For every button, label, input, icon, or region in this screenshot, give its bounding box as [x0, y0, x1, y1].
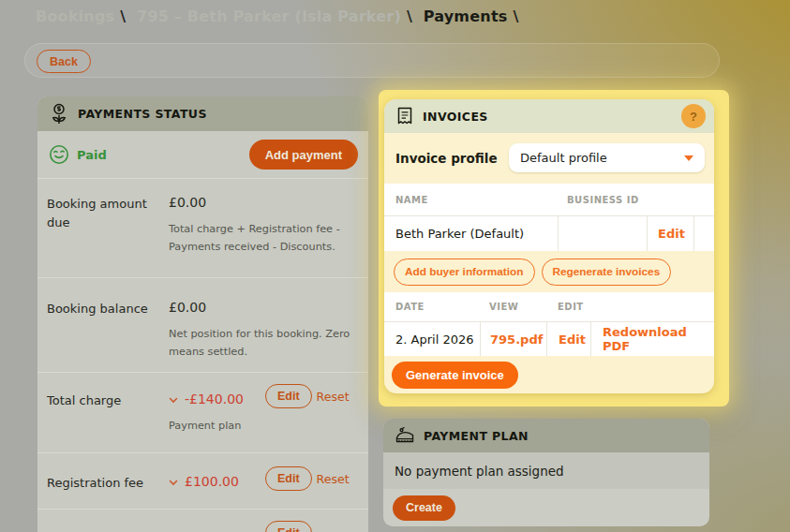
row-value: -£140.00 — [185, 392, 244, 406]
payment-plan-empty-message: No payment plan assigned — [383, 452, 709, 489]
buyer-extra-cell — [693, 216, 714, 251]
breadcrumb-separator: \ — [407, 7, 412, 25]
column-header-view: VIEW — [480, 302, 546, 312]
invoice-receipt-icon — [395, 106, 414, 126]
help-button[interactable]: ? — [681, 104, 706, 128]
row-value: £0.00 — [169, 300, 359, 315]
chevron-down-icon[interactable] — [169, 474, 178, 489]
create-payment-plan-button[interactable]: Create — [393, 495, 455, 521]
back-button[interactable]: Back — [37, 50, 91, 73]
payments-status-title: PAYMENTS STATUS — [78, 107, 207, 121]
redownload-pdf-link[interactable]: Redownload PDF — [603, 325, 714, 353]
status-badge: Paid — [77, 148, 107, 162]
invoice-date-cell: 2. April 2026 — [384, 322, 480, 356]
edit-registration-fee-button[interactable]: Edit — [265, 466, 312, 491]
buyer-table-row: Beth Parker (Default) Edit — [384, 215, 714, 251]
money-plant-icon — [49, 103, 69, 126]
cake-slice-icon — [395, 426, 415, 445]
payments-status-panel: PAYMENTS STATUS Paid Add payment Booking… — [37, 96, 368, 532]
column-header-business-id: BUSINESS ID — [558, 195, 639, 205]
invoice-pdf-link[interactable]: 795.pdf — [490, 332, 543, 347]
invoice-files-table-header: DATE VIEW EDIT — [384, 292, 714, 322]
invoice-file-row: 2. April 2026 795.pdf Edit Redownload PD… — [384, 322, 714, 356]
row-value: £0.00 — [169, 195, 359, 210]
generate-invoice-button[interactable]: Generate invoice — [392, 362, 518, 389]
buyer-actions: Add buyer information Regenerate invoice… — [384, 251, 714, 292]
payment-plan-panel: PAYMENT PLAN No payment plan assigned Cr… — [383, 419, 709, 526]
payment-plan-title: PAYMENT PLAN — [424, 429, 529, 443]
invoice-profile-section: Invoice profile Default profile — [384, 133, 714, 184]
row-value: £100.00 — [185, 474, 239, 489]
breadcrumb: Bookings\ 795 – Beth Parker (Isla Parker… — [36, 7, 525, 25]
row-label: Booking amount due — [47, 195, 169, 277]
payments-status-header: PAYMENTS STATUS — [37, 96, 368, 131]
buyers-table-header: NAME BUSINESS ID — [384, 184, 714, 215]
invoice-profile-value: Default profile — [520, 151, 607, 165]
invoice-profile-label: Invoice profile — [395, 151, 498, 166]
invoices-panel: INVOICES ? Invoice profile Default profi… — [384, 99, 714, 393]
caret-down-icon — [684, 155, 693, 161]
buyer-name-cell: Beth Parker (Default) — [384, 216, 558, 251]
reset-total-charge-link[interactable]: Reset — [317, 390, 350, 404]
next-row-partial: Edit — [37, 509, 368, 532]
invoices-header: INVOICES ? — [384, 99, 714, 133]
edit-buyer-link[interactable]: Edit — [658, 227, 685, 241]
add-payment-button[interactable]: Add payment — [249, 140, 358, 170]
generate-invoice-section: Generate invoice — [384, 356, 714, 393]
breadcrumb-separator: \ — [120, 7, 126, 25]
regenerate-invoices-button[interactable]: Regenerate invoices — [542, 259, 672, 286]
booking-amount-due-row: Booking amount due £0.00 Total charge + … — [37, 178, 368, 277]
chevron-down-icon[interactable] — [169, 392, 178, 406]
invoices-spotlight-glow: INVOICES ? Invoice profile Default profi… — [379, 90, 729, 406]
payments-page: Bookings\ 795 – Beth Parker (Isla Parker… — [0, 0, 790, 532]
breadcrumb-payments: Payments — [424, 7, 508, 25]
breadcrumb-separator: \ — [513, 7, 518, 25]
column-header-name: NAME — [384, 195, 558, 205]
buyer-business-id-cell — [558, 216, 647, 251]
edit-total-charge-button[interactable]: Edit — [265, 384, 312, 408]
payment-plan-header: PAYMENT PLAN — [383, 419, 709, 452]
reset-registration-fee-link[interactable]: Reset — [317, 472, 350, 486]
row-label: Booking balance — [47, 300, 169, 372]
total-charge-row: Total charge -£140.00 Payment plan Edit … — [37, 372, 368, 452]
column-header-date: DATE — [384, 302, 480, 312]
smiley-icon — [48, 143, 70, 166]
breadcrumb-bookings[interactable]: Bookings — [36, 7, 114, 25]
payment-plan-footer: Create — [383, 489, 709, 526]
edit-button[interactable]: Edit — [265, 521, 312, 532]
row-description: Payment plan — [169, 418, 359, 436]
booking-balance-row: Booking balance £0.00 Net position for t… — [37, 277, 368, 372]
row-label: Registration fee — [47, 474, 169, 509]
row-description: Total charge + Registration fee - Paymen… — [169, 221, 359, 256]
column-header-edit: EDIT — [546, 302, 584, 312]
invoices-title: INVOICES — [423, 110, 488, 124]
edit-invoice-link[interactable]: Edit — [559, 332, 586, 347]
breadcrumb-booking-795[interactable]: 795 – Beth Parker (Isla Parker) — [137, 7, 401, 25]
payment-status-row: Paid Add payment — [37, 131, 368, 178]
toolbar: Back — [24, 43, 720, 78]
row-description: Net position for this booking. Zero mean… — [169, 326, 359, 361]
registration-fee-row: Registration fee £100.00 Edit Reset — [37, 452, 368, 509]
invoice-profile-select[interactable]: Default profile — [509, 143, 705, 172]
add-buyer-information-button[interactable]: Add buyer information — [394, 259, 535, 286]
row-label: Total charge — [47, 392, 169, 452]
